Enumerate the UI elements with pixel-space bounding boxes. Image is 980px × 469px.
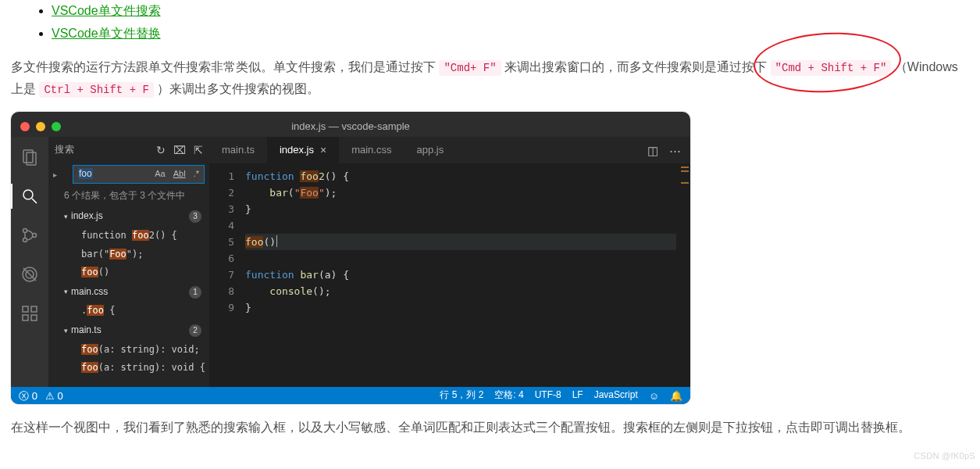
search-input[interactable]: foo Aa Abl .* bbox=[73, 165, 205, 184]
clear-icon[interactable]: ⌧ bbox=[173, 145, 186, 156]
result-file[interactable]: ▾main.ts2 bbox=[59, 320, 206, 341]
indent[interactable]: 空格: 4 bbox=[494, 387, 523, 404]
search-icon[interactable] bbox=[11, 184, 48, 209]
result-match[interactable]: foo() bbox=[59, 263, 206, 282]
match-case-icon[interactable]: Aa bbox=[153, 166, 166, 183]
more-icon[interactable]: ⋯ bbox=[669, 140, 681, 161]
vscode-screenshot: index.js — vscode-sample 搜索 ↻ ⌧ ⇱ ▸ fo bbox=[11, 112, 690, 404]
titlebar: index.js — vscode-sample bbox=[11, 116, 690, 137]
search-sidebar: 搜索 ↻ ⌧ ⇱ ▸ foo Aa Abl .* 6 个结果， bbox=[48, 137, 209, 387]
result-match[interactable]: .foo { bbox=[59, 302, 206, 320]
bell-icon[interactable]: 🔔 bbox=[670, 387, 682, 405]
result-match[interactable]: foo(a: string): void; bbox=[59, 341, 206, 360]
svg-rect-11 bbox=[31, 306, 37, 312]
extensions-icon[interactable] bbox=[11, 301, 48, 326]
svg-point-5 bbox=[23, 238, 27, 242]
kbd-ctrl-shift-f: Ctrl + Shift + F bbox=[39, 82, 153, 98]
svg-point-2 bbox=[23, 190, 33, 199]
tab-main-ts[interactable]: main.ts bbox=[209, 137, 267, 163]
outro-paragraph: 在这样一个视图中，我们看到了熟悉的搜索输入框，以及大小写敏感、全单词匹配和正则表… bbox=[11, 417, 969, 439]
result-match[interactable]: foo(a: string): void { bbox=[59, 359, 206, 378]
cursor-pos[interactable]: 行 5，列 2 bbox=[440, 387, 483, 404]
regex-icon[interactable]: .* bbox=[192, 166, 201, 183]
svg-line-3 bbox=[32, 199, 37, 203]
scm-icon[interactable] bbox=[11, 223, 48, 248]
toggle-replace-icon[interactable]: ▸ bbox=[53, 168, 57, 182]
svg-rect-13 bbox=[31, 315, 37, 320]
language[interactable]: JavaScript bbox=[594, 387, 638, 404]
result-file[interactable]: ▾main.css1 bbox=[59, 282, 206, 303]
tab-index-js[interactable]: index.js× bbox=[267, 137, 339, 163]
watermark: CSDN @fK0pS bbox=[914, 449, 975, 464]
code-editor[interactable]: 123456789 function foo2() { bar("Foo");}… bbox=[209, 163, 690, 316]
toc-links: VSCode单文件搜索 VSCode单文件替换 bbox=[11, 0, 969, 45]
minimap[interactable] bbox=[676, 163, 690, 387]
results-tree: ▾index.js3function foo2() {bar("Foo");fo… bbox=[48, 206, 209, 377]
kbd-cmd-shift-f: "Cmd + Shift + F" bbox=[771, 60, 892, 76]
editor-tabs: main.tsindex.js×main.cssapp.js ◫ ⋯ bbox=[209, 137, 690, 163]
encoding[interactable]: UTF-8 bbox=[535, 387, 561, 404]
result-file[interactable]: ▾index.js3 bbox=[59, 206, 206, 227]
warnings-icon[interactable]: ⚠ 0 bbox=[45, 387, 63, 405]
refresh-icon[interactable]: ↻ bbox=[156, 145, 166, 156]
svg-rect-12 bbox=[23, 315, 28, 320]
intro-paragraph: 多文件搜索的运行方法跟单文件搜索非常类似。单文件搜索，我们是通过按下 "Cmd+… bbox=[11, 56, 969, 102]
errors-icon[interactable]: ⓧ 0 bbox=[19, 387, 37, 405]
link-search[interactable]: VSCode单文件搜索 bbox=[52, 4, 161, 17]
tab-app-js[interactable]: app.js bbox=[404, 137, 456, 163]
feedback-icon[interactable]: ☺ bbox=[649, 387, 659, 405]
svg-point-4 bbox=[23, 229, 27, 233]
result-match[interactable]: bar("Foo"); bbox=[59, 245, 206, 264]
collapse-icon[interactable]: ⇱ bbox=[194, 145, 203, 156]
activity-bar bbox=[11, 137, 48, 387]
tab-main-css[interactable]: main.css bbox=[339, 137, 404, 163]
debug-icon[interactable] bbox=[11, 262, 48, 287]
sidebar-title: 搜索 bbox=[55, 141, 156, 159]
explorer-icon[interactable] bbox=[11, 145, 48, 170]
kbd-cmd-f: "Cmd+ F" bbox=[439, 60, 501, 76]
close-tab-icon[interactable]: × bbox=[320, 141, 326, 160]
split-editor-icon[interactable]: ◫ bbox=[647, 140, 658, 161]
result-summary: 6 个结果，包含于 3 个文件中 bbox=[48, 187, 209, 207]
window-title: index.js — vscode-sample bbox=[11, 117, 690, 135]
eol[interactable]: LF bbox=[572, 387, 583, 404]
svg-rect-10 bbox=[23, 306, 28, 312]
result-match[interactable]: function foo2() { bbox=[59, 227, 206, 245]
match-word-icon[interactable]: Abl bbox=[172, 166, 187, 183]
status-bar: ⓧ 0 ⚠ 0 行 5，列 2 空格: 4 UTF-8 LF JavaScrip… bbox=[11, 387, 690, 404]
link-replace[interactable]: VSCode单文件替换 bbox=[52, 27, 161, 40]
